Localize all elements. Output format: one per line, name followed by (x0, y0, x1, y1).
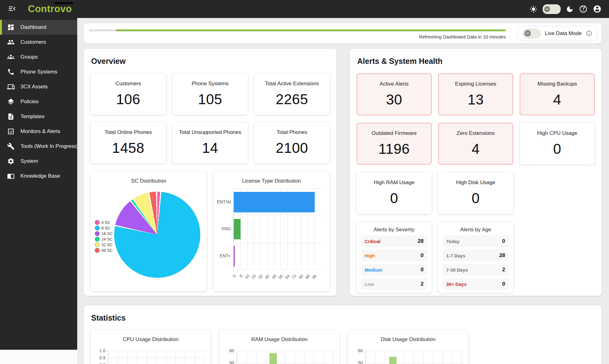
x-tick-label: 8 (238, 273, 243, 278)
sidebar-item-3cx-assets[interactable]: 3CX Assets (0, 79, 77, 94)
help-icon[interactable] (579, 5, 588, 13)
cpu-usage-distribution-chart-card: CPU Usage Distribution1.00.90.8 (91, 330, 211, 364)
sidebar-item-label: Knowledge Base (20, 173, 60, 179)
tools-icon (7, 143, 15, 150)
alerts-panel: Alerts & System Health Active Alerts30Ex… (350, 49, 602, 296)
alerts-by-age-card: Alerts by Age Today01-7 Days287-30 Days2… (438, 222, 513, 293)
metric-value: 0 (553, 140, 561, 157)
sidebar-item-tools-work-in-progress[interactable]: Tools (Work In Progress) (0, 139, 77, 154)
metric-value: 2100 (276, 140, 308, 156)
x-tick-label: 56 (278, 273, 284, 280)
metric-card-total-online-phones: Total Online Phones1458 (91, 122, 166, 163)
x-tick-label: 80 (298, 273, 304, 280)
sidebar-item-dashboard[interactable]: Dashboard (0, 20, 77, 35)
y-tick-label: 60 (350, 348, 363, 353)
light-mode-icon (530, 5, 537, 13)
legend-swatch (95, 237, 100, 242)
metric-value: 14 (202, 140, 218, 156)
metric-label: Expiring Licenses (455, 81, 496, 87)
metric-card-outdated-firmware: Outdated Firmware1196 (357, 123, 432, 165)
sc-distribution-title: SC Distribution (95, 178, 202, 184)
sidebar-item-templates[interactable]: Templates (0, 109, 77, 124)
row-label: 1-7 Days (446, 253, 465, 258)
metric-card-high-cpu-usage: High CPU Usage0 (520, 123, 595, 165)
row-value: 0 (502, 281, 505, 287)
legend-label: 8 SC (101, 226, 110, 230)
sidebar-collapse-button[interactable] (7, 4, 17, 14)
sidebar-item-system[interactable]: System (0, 154, 77, 169)
alerts-tables-row: Alerts by Severity Critical28High0Medium… (357, 222, 595, 293)
dashboard-columns: Overview Customers106Phone Systems105Tot… (84, 49, 602, 296)
live-data-toggle[interactable] (523, 29, 541, 38)
layers-icon (7, 98, 15, 105)
metric-card-total-active-extensions: Total Active Extensions2265 (254, 73, 330, 115)
legend-label: 24 SC (101, 237, 113, 242)
metric-value: 2265 (276, 91, 308, 108)
overview-charts-row: SC Distribution 4 SC8 SC16 SC24 SC32 SC4… (91, 172, 330, 291)
legend-swatch (95, 226, 100, 230)
metric-label: Active Alerts (380, 81, 409, 87)
row-label: Medium (365, 267, 382, 273)
metric-card-customers: Customers106 (91, 73, 166, 115)
sidebar-item-label: 3CX Assets (20, 84, 48, 90)
legend-label: 32 SC (101, 242, 113, 247)
sidebar-item-customers[interactable]: Customers (0, 35, 77, 50)
alerts-by-age-rows: Today01-7 Days287-30 Days230+ Days0 (442, 235, 509, 290)
alerts-title: Alerts & System Health (357, 57, 595, 66)
sidebar-footer-area (0, 350, 77, 364)
sidebar-item-label: Templates (20, 113, 44, 120)
metric-value: 30 (386, 91, 402, 108)
sidebar-item-phone-systems[interactable]: Phone Systems (0, 64, 77, 79)
legend-label: 16 SC (101, 231, 113, 236)
x-tick-label: 96 (311, 273, 318, 280)
sidebar-item-label: Phone Systems (20, 69, 57, 75)
y-tick-label: 1.0 (92, 348, 105, 353)
sidebar-item-label: Dashboard (20, 24, 46, 30)
metric-card-total-unsupported-phones: Total Unsupported Phones14 (172, 122, 248, 163)
refresh-progress-bar (89, 29, 506, 31)
legend-label: 48 SC (101, 248, 113, 253)
sidebar-item-knowledge-base[interactable]: Knowledge Base (0, 169, 77, 184)
info-icon[interactable] (586, 30, 592, 37)
legend-swatch (95, 242, 100, 247)
dashboard-icon (7, 24, 15, 31)
license-type-title: License Type Distribution (218, 178, 325, 184)
sidebar-item-policies[interactable]: Policies (0, 94, 77, 109)
x-tick-label: 24 (251, 273, 257, 280)
sidebar-item-monitors-alerts[interactable]: Monitors & Alerts (0, 124, 77, 139)
logo-accent-bar (55, 2, 73, 4)
metric-card-zero-extensions: Zero Extensions4 (438, 123, 513, 165)
metric-value: 1196 (379, 140, 410, 157)
y-tick-label: 60 (221, 348, 234, 353)
app-logo-text: Controvo (28, 3, 72, 14)
table-row-medium: Medium0 (361, 264, 427, 276)
statistics-charts-row: CPU Usage Distribution1.00.90.8RAM Usage… (91, 330, 595, 364)
alerts-metrics-grid: Active Alerts30Expiring Licenses13Missin… (357, 73, 595, 214)
y-tick-label: 50 (221, 360, 234, 364)
metric-card-active-alerts: Active Alerts30 (357, 73, 432, 115)
metric-label: Zero Extensions (457, 130, 495, 136)
metric-value: 106 (116, 91, 140, 108)
metric-label: Total Active Extensions (265, 81, 319, 87)
license-type-chart-card: License Type Distribution ENT/AIPROENT+0… (213, 172, 330, 291)
license-type-plot: ENT/AIPROENT+081624324048566472808896 (233, 189, 321, 270)
main-content: Refreshing Dashboard Data in 10 minutes … (77, 18, 609, 364)
statistics-panel: Statistics CPU Usage Distribution1.00.90… (84, 305, 602, 364)
theme-toggle[interactable] (543, 4, 561, 14)
metric-label: High CPU Usage (537, 130, 577, 136)
y-tick-label: 50 (350, 360, 363, 364)
account-icon[interactable] (593, 5, 602, 13)
sidebar-item-groups[interactable]: Groups (0, 50, 77, 64)
table-row-critical: Critical28 (361, 235, 427, 247)
row-value: 28 (418, 238, 424, 244)
live-data-mode-control: Live Data Mode (518, 26, 597, 41)
chart-title: Disk Usage Distribution (352, 336, 464, 343)
histogram-bar (269, 353, 277, 364)
category-label-pro: PRO (214, 226, 231, 231)
table-row-high: High0 (361, 250, 427, 261)
refresh-caption: Refreshing Dashboard Data in 10 minutes (89, 34, 506, 39)
bar-pro (234, 219, 241, 239)
legend-item-24-sc: 24 SC (95, 237, 113, 242)
divider (511, 26, 511, 40)
row-label: 30+ Days (446, 282, 466, 287)
